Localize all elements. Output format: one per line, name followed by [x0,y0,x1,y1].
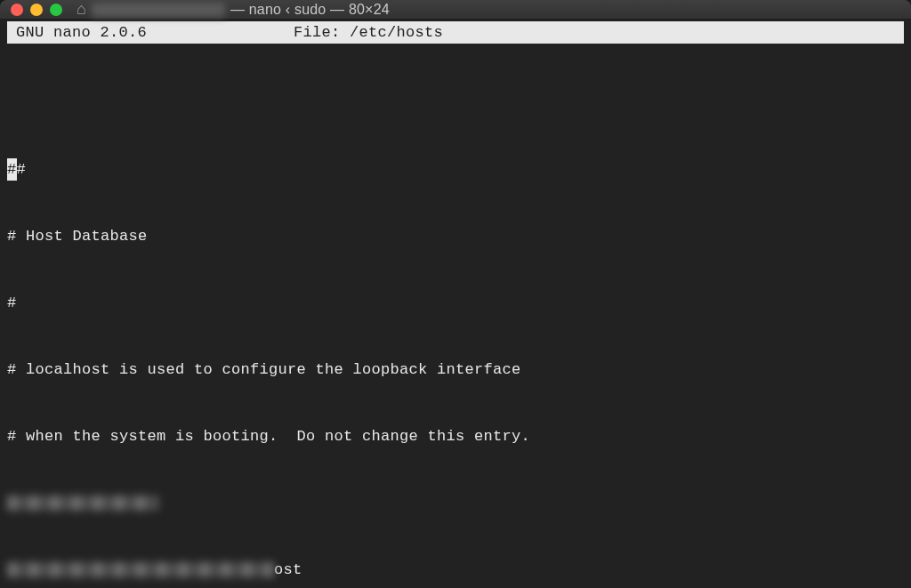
terminal-window: ⌂ — nano ‹ sudo — 80×24 GNU nano 2.0.6 F… [0,0,911,588]
redacted-text [7,495,158,511]
traffic-lights [11,4,62,16]
close-icon[interactable] [11,4,23,16]
title-redacted [92,3,225,17]
nano-app-name: GNU nano 2.0.6 [9,21,294,44]
editor-content[interactable]: ## # Host Database # # localhost is used… [7,44,904,588]
titlebar[interactable]: ⌂ — nano ‹ sudo — 80×24 [0,0,911,20]
text-line: # localhost is used to configure the loo… [7,358,904,381]
text-line: # when the system is booting. Do not cha… [7,425,904,447]
cursor: # [7,158,17,181]
home-icon: ⌂ [77,0,86,19]
window-title: — nano ‹ sudo — 80×24 [230,2,390,18]
nano-file-label: File: /etc/hosts [294,21,902,44]
text-line: # Host Database [7,225,904,247]
text-line: # [17,158,27,181]
zoom-icon[interactable] [50,4,62,16]
text-line: # [7,292,904,314]
nano-header: GNU nano 2.0.6 File: /etc/hosts [7,21,904,44]
text-fragment: ost [274,559,302,581]
minimize-icon[interactable] [30,4,43,16]
redacted-text [7,562,274,577]
terminal-area[interactable]: GNU nano 2.0.6 File: /etc/hosts ## # Hos… [0,20,911,588]
